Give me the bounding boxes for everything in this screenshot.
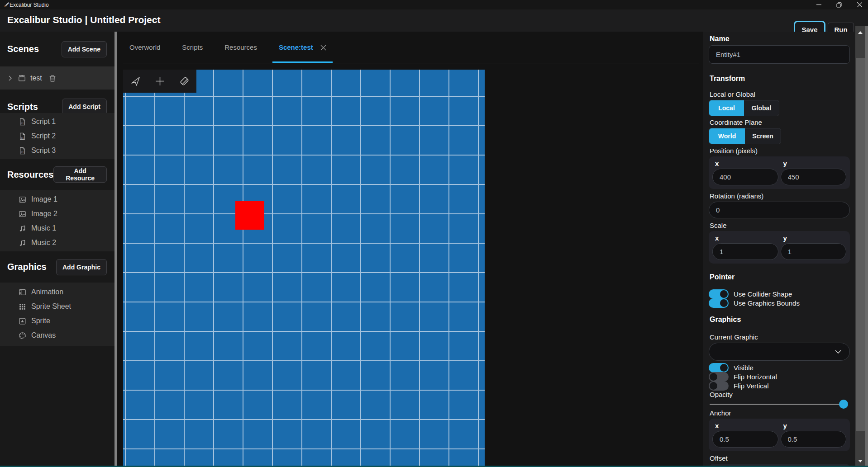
toggle-knob (720, 290, 728, 298)
scene-list-item-test[interactable]: test (0, 66, 114, 90)
list-item-sprite-sheet[interactable]: Sprite Sheet (0, 299, 114, 314)
position-y-input[interactable] (781, 169, 847, 185)
toggle-knob (720, 364, 728, 372)
scripts-heading: Scripts (7, 102, 62, 112)
segment-screen[interactable]: Screen (745, 128, 781, 144)
list-item-script-1[interactable]: 01 Script 1 (0, 114, 114, 129)
music-icon (18, 224, 27, 233)
eraser-tool-icon[interactable] (174, 71, 194, 91)
use-collider-shape-row: Use Collider Shape (709, 289, 850, 298)
window-edge (865, 26, 868, 467)
scripts-list: 01 Script 1 01 Script 2 01 Script 3 (0, 113, 114, 159)
position-x-input[interactable] (712, 169, 778, 185)
tab-close-icon[interactable] (320, 44, 326, 50)
canvas-toolbar (123, 70, 196, 93)
anchor-x-label: x (715, 422, 778, 429)
scroll-up-icon[interactable] (858, 31, 863, 34)
pointer-heading: Pointer (710, 273, 850, 281)
scroll-down-icon[interactable] (858, 460, 863, 462)
svg-text:01: 01 (21, 151, 24, 153)
item-label: Sprite (31, 317, 50, 325)
current-graphic-label: Current Graphic (710, 333, 850, 341)
script-file-icon: 01 (18, 132, 27, 141)
add-tool-icon[interactable] (150, 71, 170, 91)
music-icon (18, 239, 27, 247)
vertical-scrollbar[interactable] (855, 26, 868, 467)
titlebar: Excalibur Studio (0, 0, 868, 9)
coordinate-plane-segmented: World Screen (709, 128, 781, 144)
chevron-right-icon[interactable] (7, 75, 13, 81)
scene-canvas[interactable] (123, 70, 485, 467)
project-title: Excalibur Studio | Untitled Project (7, 14, 160, 25)
visible-toggle[interactable] (709, 363, 729, 373)
resources-section-header: Resources Add Resource (0, 159, 114, 190)
add-script-button[interactable]: Add Script (62, 99, 107, 115)
main-area: Overworld Scripts Resources Scene:test (117, 32, 703, 467)
segment-world[interactable]: World (709, 128, 745, 144)
segment-local[interactable]: Local (709, 100, 744, 116)
scrollbar-thumb[interactable] (856, 58, 865, 431)
list-item-music-2[interactable]: Music 2 (0, 236, 114, 250)
toggle-label: Flip Horizontal (734, 373, 777, 381)
scale-group: x y (709, 231, 850, 264)
list-item-animation[interactable]: Animation (0, 285, 114, 299)
add-resource-button[interactable]: Add Resource (53, 166, 107, 183)
rotation-input[interactable] (709, 202, 850, 218)
scale-label: Scale (710, 222, 850, 229)
item-label: Script 1 (31, 118, 56, 126)
add-scene-button[interactable]: Add Scene (62, 41, 107, 57)
scenes-section-header: Scenes Add Scene (0, 32, 114, 66)
position-x-label: x (715, 160, 778, 167)
list-item-script-2[interactable]: 01 Script 2 (0, 129, 114, 143)
list-item-image-2[interactable]: Image 2 (0, 207, 114, 221)
scale-x-input[interactable] (712, 243, 778, 260)
tab-scene-test[interactable]: Scene:test (272, 32, 333, 63)
flip-horizontal-row: Flip Horizontal (709, 372, 850, 381)
graphics-section-header: Graphics Add Graphic (0, 251, 114, 283)
entity-inspector-panel: Name Transform Local or Global Local Glo… (703, 32, 855, 467)
restore-button[interactable] (827, 0, 848, 9)
list-item-script-3[interactable]: 01 Script 3 (0, 143, 114, 158)
entity-name-input[interactable] (709, 45, 850, 64)
tab-resources[interactable]: Resources (218, 32, 263, 63)
anchor-y-input[interactable] (781, 431, 847, 448)
script-file-icon: 01 (18, 146, 27, 155)
tab-overworld[interactable]: Overworld (123, 32, 167, 63)
minimize-button[interactable] (807, 0, 827, 9)
tab-scripts[interactable]: Scripts (176, 32, 209, 63)
sidebar: Scenes Add Scene test Scripts Add Script… (0, 32, 114, 467)
toggle-label: Use Collider Shape (734, 290, 792, 298)
use-graphics-bounds-toggle[interactable] (709, 298, 729, 308)
use-collider-shape-toggle[interactable] (709, 289, 729, 299)
trash-icon[interactable] (48, 74, 57, 82)
scenes-heading: Scenes (7, 44, 62, 54)
scale-y-input[interactable] (781, 243, 847, 260)
svg-text:01: 01 (21, 136, 24, 139)
anchor-label: Anchor (710, 409, 850, 417)
current-graphic-select[interactable] (709, 343, 850, 361)
flip-horizontal-toggle[interactable] (709, 372, 729, 382)
scene-icon (18, 74, 26, 82)
select-tool-icon[interactable] (125, 71, 145, 91)
list-item-image-1[interactable]: Image 1 (0, 192, 114, 207)
segment-global[interactable]: Global (744, 100, 779, 116)
coordinate-plane-label: Coordinate Plane (710, 118, 850, 126)
app-sword-icon (0, 2, 6, 8)
sprite-sheet-icon (18, 302, 27, 311)
list-item-music-1[interactable]: Music 1 (0, 221, 114, 236)
local-global-segmented: Local Global (709, 100, 779, 116)
tab-label: Overworld (129, 43, 160, 51)
item-label: Music 1 (31, 224, 56, 232)
entity-rectangle[interactable] (235, 201, 264, 230)
close-button[interactable] (848, 0, 868, 9)
image-icon (18, 210, 27, 218)
list-item-sprite[interactable]: Sprite (0, 314, 114, 328)
list-item-canvas[interactable]: Canvas (0, 328, 114, 343)
anchor-x-input[interactable] (712, 431, 778, 448)
opacity-slider[interactable] (710, 400, 848, 409)
add-graphic-button[interactable]: Add Graphic (56, 259, 107, 275)
rotation-label: Rotation (radians) (710, 192, 850, 200)
slider-thumb[interactable] (839, 400, 848, 409)
tab-bar: Overworld Scripts Resources Scene:test (123, 32, 699, 63)
flip-vertical-toggle[interactable] (709, 381, 729, 391)
